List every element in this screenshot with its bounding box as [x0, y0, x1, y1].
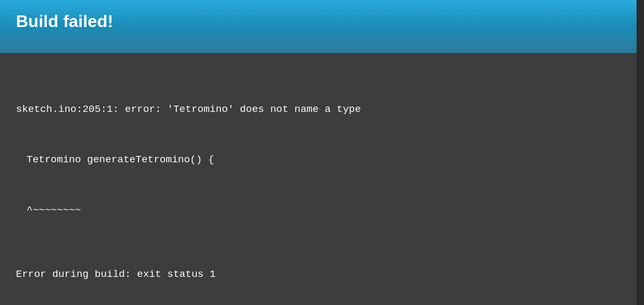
error-content: sketch.ino:205:1: error: 'Tetromino' doe… — [16, 69, 628, 305]
dialog-header: Build failed! — [0, 0, 644, 53]
error-text: sketch.ino:205:1: error: 'Tetromino' doe… — [16, 69, 628, 305]
dialog-body: sketch.ino:205:1: error: 'Tetromino' doe… — [0, 53, 644, 305]
dialog-title: Build failed! — [16, 12, 113, 31]
error-line-3: ^~~~~~~~~ — [27, 202, 628, 218]
error-exit-status: Error during build: exit status 1 — [16, 266, 628, 282]
error-line-2: Tetromino generateTetromino() { — [27, 152, 628, 168]
build-failed-dialog: Build failed! sketch.ino:205:1: error: '… — [0, 0, 644, 305]
right-edge-decoration — [637, 0, 644, 305]
error-line-1: sketch.ino:205:1: error: 'Tetromino' doe… — [16, 101, 628, 117]
